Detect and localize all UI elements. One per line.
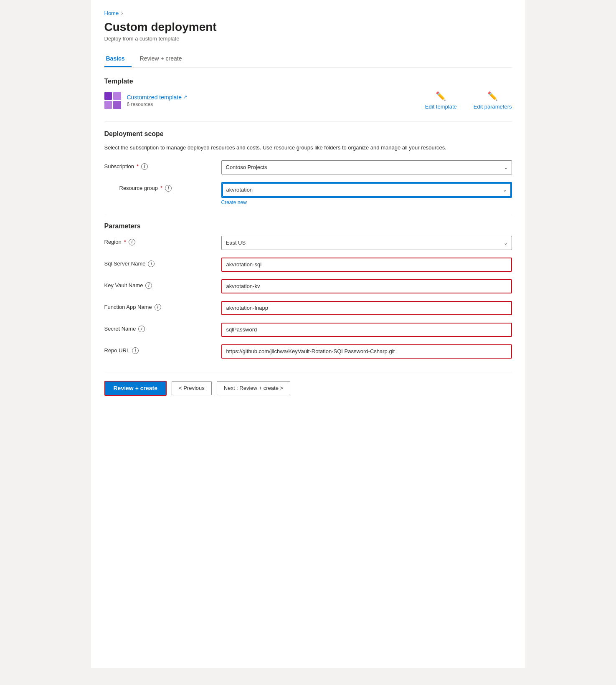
- deployment-scope-section: Deployment scope Select the subscription…: [104, 130, 512, 205]
- secret-name-row: Secret Name i: [104, 323, 512, 337]
- key-vault-name-control: [221, 279, 512, 293]
- tabs-bar: Basics Review + create: [104, 52, 512, 68]
- create-new-link[interactable]: Create new: [221, 200, 512, 205]
- function-app-info-icon[interactable]: i: [155, 304, 161, 311]
- resource-group-required: *: [160, 185, 162, 191]
- resource-group-info-icon[interactable]: i: [165, 185, 172, 192]
- repo-url-info-icon[interactable]: i: [132, 347, 139, 354]
- resource-group-control: akvrotation ⌄ Create new: [221, 182, 512, 205]
- subscription-control: Contoso Projects ⌄: [221, 160, 512, 174]
- subscription-row: Subscription * i Contoso Projects ⌄: [104, 160, 512, 174]
- sql-server-name-input[interactable]: [221, 258, 512, 272]
- icon-cell-3: [104, 101, 112, 109]
- key-vault-info-icon[interactable]: i: [145, 282, 152, 289]
- secret-name-input[interactable]: [221, 323, 512, 337]
- tab-basics[interactable]: Basics: [104, 52, 132, 67]
- edit-template-icon: ✏️: [436, 91, 446, 101]
- sql-server-name-label: Sql Server Name i: [104, 258, 221, 267]
- sql-server-info-icon[interactable]: i: [148, 260, 155, 267]
- subscription-info-icon[interactable]: i: [141, 163, 148, 170]
- sql-server-name-control: [221, 258, 512, 272]
- key-vault-name-row: Key Vault Name i: [104, 279, 512, 293]
- function-app-name-input[interactable]: [221, 301, 512, 315]
- secret-name-control: [221, 323, 512, 337]
- resource-group-label: Resource group * i: [119, 182, 221, 192]
- subscription-label: Subscription * i: [104, 160, 221, 170]
- subscription-required: *: [137, 163, 139, 169]
- resource-group-select[interactable]: akvrotation: [222, 183, 511, 197]
- previous-button[interactable]: < Previous: [172, 381, 212, 395]
- page-container: Home › Custom deployment Deploy from a c…: [91, 0, 525, 668]
- external-link-icon: ↗: [183, 94, 187, 100]
- function-app-name-label: Function App Name i: [104, 301, 221, 311]
- breadcrumb: Home ›: [104, 10, 512, 16]
- subscription-select[interactable]: Contoso Projects: [221, 160, 512, 174]
- breadcrumb-home[interactable]: Home: [104, 10, 119, 16]
- edit-parameters-button[interactable]: ✏️ Edit parameters: [474, 91, 512, 110]
- parameters-section: Parameters Region * i East US West US We…: [104, 222, 512, 359]
- edit-parameters-label: Edit parameters: [474, 104, 512, 110]
- resource-group-select-wrapper: akvrotation ⌄: [221, 182, 512, 198]
- template-section-title: Template: [104, 78, 512, 85]
- resource-group-row: Resource group * i akvrotation ⌄ Create …: [104, 182, 512, 205]
- repo-url-row: Repo URL i: [104, 344, 512, 359]
- tab-review-create[interactable]: Review + create: [138, 52, 189, 67]
- repo-url-input[interactable]: [221, 344, 512, 359]
- subscription-select-wrapper: Contoso Projects ⌄: [221, 160, 512, 174]
- edit-template-button[interactable]: ✏️ Edit template: [425, 91, 457, 110]
- icon-cell-4: [113, 101, 121, 109]
- edit-template-label: Edit template: [425, 104, 457, 110]
- icon-cell-2: [113, 92, 121, 100]
- key-vault-name-input[interactable]: [221, 279, 512, 293]
- function-app-name-row: Function App Name i: [104, 301, 512, 315]
- footer-bar: Review + create < Previous Next : Review…: [104, 372, 512, 404]
- template-section: Template Customized template ↗ 6 resourc…: [104, 78, 512, 110]
- region-select[interactable]: East US West US West Europe North Europe: [221, 236, 512, 250]
- sql-server-name-row: Sql Server Name i: [104, 258, 512, 272]
- page-subtitle: Deploy from a custom template: [104, 35, 512, 42]
- scope-description: Select the subscription to manage deploy…: [104, 144, 512, 152]
- region-row: Region * i East US West US West Europe N…: [104, 236, 512, 250]
- region-label: Region * i: [104, 236, 221, 245]
- region-control: East US West US West Europe North Europe…: [221, 236, 512, 250]
- template-actions: ✏️ Edit template ✏️ Edit parameters: [425, 91, 512, 110]
- region-required: *: [124, 239, 126, 245]
- secret-name-label: Secret Name i: [104, 323, 221, 332]
- template-card: Customized template ↗ 6 resources ✏️ Edi…: [104, 91, 512, 110]
- region-info-icon[interactable]: i: [129, 239, 135, 245]
- template-resources-count: 6 resources: [127, 101, 188, 107]
- deployment-scope-title: Deployment scope: [104, 130, 512, 138]
- repo-url-label: Repo URL i: [104, 344, 221, 354]
- template-name-link[interactable]: Customized template ↗: [127, 94, 188, 101]
- breadcrumb-separator: ›: [121, 10, 123, 16]
- region-select-wrapper: East US West US West Europe North Europe…: [221, 236, 512, 250]
- page-title: Custom deployment: [104, 20, 512, 34]
- parameters-section-title: Parameters: [104, 222, 512, 230]
- secret-name-info-icon[interactable]: i: [138, 326, 145, 332]
- divider-1: [104, 121, 512, 122]
- repo-url-control: [221, 344, 512, 359]
- template-meta: Customized template ↗ 6 resources: [127, 94, 188, 107]
- template-icon: [104, 92, 121, 109]
- next-button[interactable]: Next : Review + create >: [217, 381, 290, 395]
- template-info: Customized template ↗ 6 resources: [104, 92, 188, 109]
- divider-2: [104, 214, 512, 214]
- review-create-button[interactable]: Review + create: [104, 381, 167, 396]
- edit-parameters-icon: ✏️: [487, 91, 498, 101]
- function-app-name-control: [221, 301, 512, 315]
- icon-cell-1: [104, 92, 112, 100]
- key-vault-name-label: Key Vault Name i: [104, 279, 221, 289]
